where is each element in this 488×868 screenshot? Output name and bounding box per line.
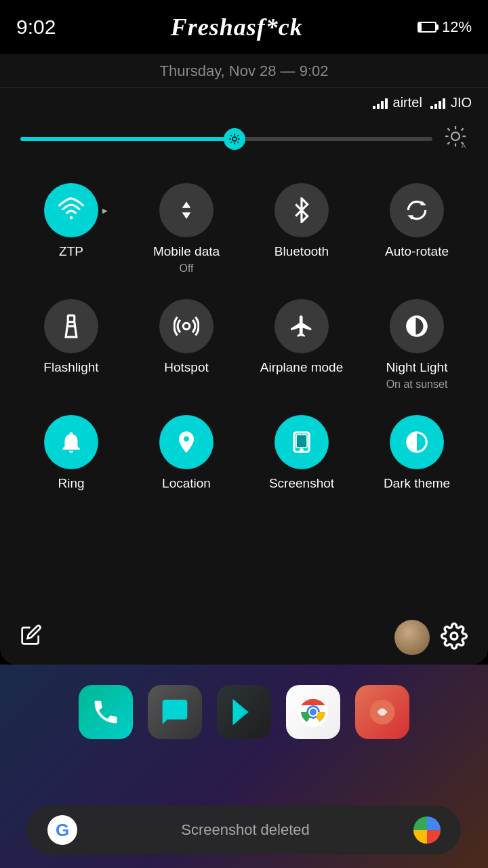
tile-ring-circle [44, 415, 98, 469]
tile-location[interactable]: Location [129, 403, 244, 504]
tile-flashlight-circle [44, 299, 98, 353]
tile-nightlight[interactable]: Night Light On at sunset [359, 287, 474, 403]
svg-point-19 [70, 216, 73, 220]
svg-point-26 [451, 633, 458, 639]
battery-icon [418, 22, 436, 33]
signal-row: airtel JIO [0, 88, 488, 113]
tile-darktheme[interactable]: Dark theme [359, 403, 474, 504]
svg-line-8 [237, 135, 239, 136]
bluetooth-icon [289, 197, 314, 223]
settings-button[interactable] [441, 623, 468, 652]
tile-mobile-data-label: Mobile data [153, 244, 220, 260]
dock-app5[interactable] [355, 685, 409, 739]
location-icon [174, 429, 199, 455]
panel-bottom-right [394, 620, 468, 655]
bell-icon [58, 429, 84, 455]
assistant-icon[interactable] [413, 816, 441, 844]
avatar-image [394, 620, 430, 655]
airtel-signal: airtel [373, 95, 422, 111]
svg-text:A: A [462, 142, 466, 149]
chrome-icon [298, 697, 328, 727]
tile-ring-label: Ring [58, 476, 84, 492]
status-time: 9:02 [16, 16, 56, 39]
flashlight-icon [58, 313, 84, 339]
dock-phone[interactable] [79, 685, 133, 739]
tile-airplane[interactable]: Airplane mode [244, 287, 359, 403]
tile-mobile-data-circle [159, 183, 214, 237]
tile-auto-rotate-label: Auto-rotate [385, 244, 449, 260]
rotate-icon [404, 197, 430, 223]
tile-ztp-label: ZTP [59, 244, 83, 260]
playstore-icon [229, 697, 259, 727]
battery-percentage: 12% [442, 18, 472, 36]
tile-hotspot-label: Hotspot [164, 360, 208, 376]
brightness-row: A [0, 113, 488, 164]
app5-icon [367, 697, 397, 727]
notification-panel: Thursday, Nov 28 — 9:02 airtel JIO [0, 54, 488, 665]
tile-flashlight-label: Flashlight [43, 360, 98, 376]
dock-playstore[interactable] [217, 685, 271, 739]
tile-location-circle [159, 415, 214, 469]
tile-ztp-circle [44, 183, 98, 237]
svg-line-16 [447, 142, 449, 144]
svg-point-25 [301, 449, 303, 451]
brightness-slider[interactable] [20, 137, 432, 141]
tile-auto-rotate[interactable]: Auto-rotate [359, 171, 474, 287]
brightness-fill [20, 137, 235, 141]
data-icon [174, 197, 199, 223]
edit-icon [20, 624, 42, 646]
svg-point-30 [310, 709, 317, 715]
svg-line-7 [230, 142, 232, 143]
screenshot-icon [289, 429, 314, 455]
messages-icon [160, 697, 190, 727]
panel-bottom-bar [0, 610, 488, 665]
tile-nightlight-sublabel: On at sunset [386, 378, 448, 391]
jio-bars [430, 97, 445, 109]
svg-line-14 [447, 128, 449, 130]
tile-darktheme-circle [390, 415, 444, 469]
tile-mobile-data[interactable]: Mobile data Off [129, 171, 244, 287]
jio-label: JIO [451, 95, 472, 111]
airplane-icon [289, 313, 314, 339]
dock-messages[interactable] [148, 685, 202, 739]
tile-nightlight-circle [390, 299, 444, 353]
snackbar: G Screenshot deleted [27, 806, 461, 854]
svg-point-0 [232, 137, 237, 141]
svg-point-9 [451, 132, 460, 140]
tile-screenshot[interactable]: Screenshot [244, 403, 359, 504]
google-icon: G [47, 815, 77, 845]
tile-auto-rotate-circle [390, 183, 444, 237]
airtel-bars [373, 97, 388, 109]
tile-darktheme-label: Dark theme [384, 476, 450, 492]
hotspot-icon [174, 313, 199, 339]
snackbar-text: Screenshot deleted [181, 821, 310, 839]
tile-airplane-circle [274, 299, 329, 353]
tile-screenshot-label: Screenshot [269, 476, 334, 492]
settings-icon [441, 623, 468, 650]
dock-chrome[interactable] [286, 685, 340, 739]
nightlight-icon [404, 313, 430, 339]
edit-button[interactable] [20, 624, 42, 651]
jio-signal: JIO [430, 95, 472, 111]
tile-hotspot-circle [159, 299, 214, 353]
svg-point-22 [183, 323, 190, 330]
tile-airplane-label: Airplane mode [260, 360, 344, 376]
quick-tiles-grid: ZTP Mobile data Off Bluetooth [0, 164, 488, 510]
status-bar: 9:02 Freshasf*ck 12% [0, 0, 488, 54]
tile-hotspot[interactable]: Hotspot [129, 287, 244, 403]
svg-line-5 [230, 135, 232, 136]
tile-location-label: Location [162, 476, 211, 492]
svg-line-17 [461, 128, 463, 130]
tile-flashlight[interactable]: Flashlight [14, 287, 129, 403]
tile-nightlight-label: Night Light [386, 360, 448, 376]
svg-rect-20 [68, 315, 75, 322]
tile-ring[interactable]: Ring [14, 403, 129, 504]
user-avatar[interactable] [394, 620, 430, 655]
darktheme-icon [404, 429, 430, 455]
tile-bluetooth[interactable]: Bluetooth [244, 171, 359, 287]
tile-ztp[interactable]: ZTP [14, 171, 129, 287]
brightness-thumb [224, 128, 245, 150]
brightness-max-icon: A [443, 124, 468, 153]
svg-rect-24 [296, 435, 307, 448]
app-title: Freshasf*ck [171, 13, 303, 41]
